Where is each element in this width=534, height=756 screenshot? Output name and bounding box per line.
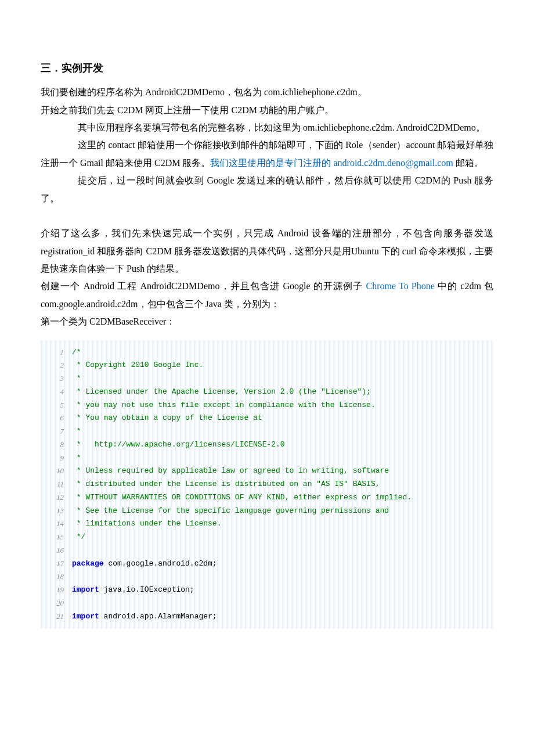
paragraph: 提交后，过一段时间就会收到 Google 发送过来的确认邮件，然后你就可以使用 …	[41, 172, 493, 207]
paragraph: 我们要创建的程序名称为 AndroidC2DMDemo，包名为 com.ichl…	[41, 84, 493, 101]
code-line: 7 *	[41, 425, 493, 438]
code-line: 13 * See the License for the specific la…	[41, 505, 493, 518]
document-page: 三．实例开发 我们要创建的程序名称为 AndroidC2DMDemo，包名为 c…	[0, 0, 534, 664]
line-number: 15	[41, 531, 72, 544]
code-text: * limitations under the License.	[72, 517, 221, 531]
email-link[interactable]: 我们这里使用的是专门注册的 android.c2dm.deno@gmail.co…	[210, 158, 453, 168]
code-text: import java.io.IOException;	[72, 584, 194, 597]
code-line: 4 * Licensed under the Apache License, V…	[41, 386, 493, 399]
line-number: 13	[41, 505, 72, 518]
code-text: * you may not use this file except in co…	[72, 399, 376, 412]
code-text: * Copyright 2010 Google Inc.	[72, 359, 203, 372]
code-line: 1/*	[41, 346, 493, 359]
code-text: package com.google.android.c2dm;	[72, 557, 217, 571]
line-number: 7	[41, 425, 72, 438]
code-text: import android.app.AlarmManager;	[72, 610, 217, 624]
code-line: 14 * limitations under the License.	[41, 517, 493, 531]
code-line: 6 * You may obtain a copy of the License…	[41, 412, 493, 425]
line-number: 9	[41, 452, 72, 465]
code-text: * Unless required by applicable law or a…	[72, 465, 389, 478]
code-line: 12 * WITHOUT WARRANTIES OR CONDITIONS OF…	[41, 491, 493, 505]
line-number: 3	[41, 372, 72, 386]
section-heading: 三．实例开发	[41, 58, 493, 78]
code-text: * WITHOUT WARRANTIES OR CONDITIONS OF AN…	[72, 491, 412, 505]
code-text: * See the License for the specific langu…	[72, 505, 389, 518]
code-line: 11 * distributed under the License is di…	[41, 478, 493, 491]
code-line: 17package com.google.android.c2dm;	[41, 557, 493, 571]
code-line: 15 */	[41, 531, 493, 544]
line-number: 5	[41, 399, 72, 412]
line-number: 1	[41, 346, 72, 359]
code-text: /*	[72, 346, 81, 359]
line-number: 11	[41, 478, 72, 491]
code-text: *	[72, 372, 81, 386]
code-text: * http://www.apache.org/licenses/LICENSE…	[72, 438, 285, 452]
code-line: 18	[41, 570, 493, 584]
line-number: 6	[41, 412, 72, 425]
code-text: */	[72, 531, 85, 544]
line-number: 10	[41, 465, 72, 478]
code-text: * You may obtain a copy of the License a…	[72, 412, 262, 425]
line-number: 17	[41, 557, 72, 571]
code-line: 10 * Unless required by applicable law o…	[41, 465, 493, 478]
code-line: 2 * Copyright 2010 Google Inc.	[41, 359, 493, 372]
text: 创建一个 Android 工程 AndroidC2DMDemo，并且包含进 Go…	[41, 281, 366, 291]
paragraph: 创建一个 Android 工程 AndroidC2DMDemo，并且包含进 Go…	[41, 278, 493, 313]
code-line: 20	[41, 597, 493, 610]
code-text: * Licensed under the Apache License, Ver…	[72, 386, 371, 399]
paragraph: 第一个类为 C2DMBaseReceiver：	[41, 313, 493, 330]
text: 邮箱。	[453, 158, 484, 168]
code-text: *	[72, 425, 81, 438]
chrome-to-phone-link[interactable]: Chrome To Phone	[366, 281, 435, 291]
line-number: 20	[41, 597, 72, 610]
code-line: 5 * you may not use this file except in …	[41, 399, 493, 412]
code-line: 19import java.io.IOException;	[41, 584, 493, 597]
line-number: 2	[41, 359, 72, 372]
line-number: 19	[41, 584, 72, 597]
line-number: 4	[41, 386, 72, 399]
line-number: 8	[41, 438, 72, 452]
line-number: 18	[41, 570, 72, 584]
prose-body: 我们要创建的程序名称为 AndroidC2DMDemo，包名为 com.ichl…	[41, 84, 493, 330]
code-line: 9 *	[41, 452, 493, 465]
line-number: 14	[41, 517, 72, 531]
code-block: 1/*2 * Copyright 2010 Google Inc.3 *4 * …	[41, 340, 493, 629]
paragraph: 这里的 contact 邮箱使用一个你能接收到邮件的邮箱即可，下面的 Role（…	[41, 136, 493, 172]
code-line: 3 *	[41, 372, 493, 386]
line-number: 21	[41, 610, 72, 624]
line-number: 16	[41, 544, 72, 557]
code-text: * distributed under the License is distr…	[72, 478, 380, 491]
paragraph: 介绍了这么多，我们先来快速完成一个实例，只完成 Android 设备端的注册部分…	[41, 225, 493, 278]
paragraph: 其中应用程序名要填写带包名的完整名称，比如这里为 om.ichliebephon…	[41, 119, 493, 136]
code-text: *	[72, 452, 81, 465]
blank-line	[41, 207, 493, 225]
line-number: 12	[41, 491, 72, 505]
code-line: 8 * http://www.apache.org/licenses/LICEN…	[41, 438, 493, 452]
code-line: 16	[41, 544, 493, 557]
paragraph: 开始之前我们先去 C2DM 网页上注册一下使用 C2DM 功能的用户账户。	[41, 102, 493, 119]
code-line: 21import android.app.AlarmManager;	[41, 610, 493, 624]
